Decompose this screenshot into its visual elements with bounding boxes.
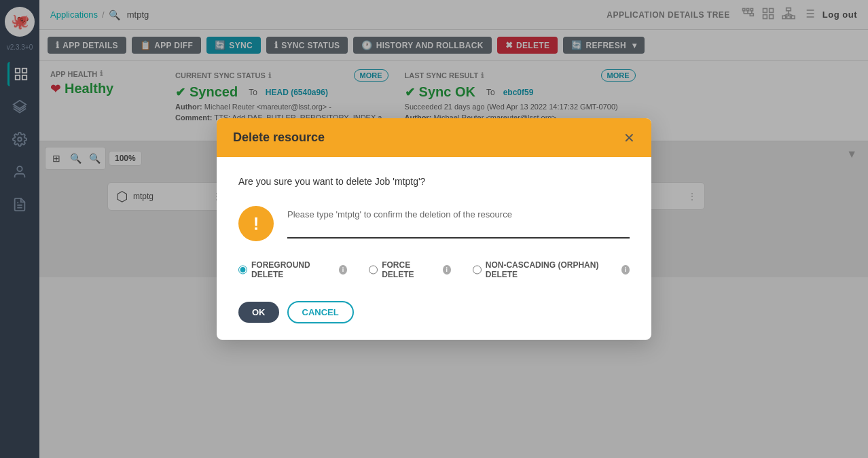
cancel-button[interactable]: CANCEL <box>287 301 354 323</box>
orphan-delete-radio[interactable] <box>473 265 482 275</box>
modal-actions: OK CANCEL <box>238 301 630 323</box>
warning-symbol: ! <box>253 213 259 234</box>
modal-options: FOREGROUND DELETE i FORCE DELETE i NON-C… <box>238 260 630 279</box>
delete-resource-modal: Delete resource ✕ Are you sure you want … <box>217 118 651 340</box>
foreground-delete-option[interactable]: FOREGROUND DELETE i <box>238 260 347 279</box>
modal-overlay: Delete resource ✕ Are you sure you want … <box>0 0 868 458</box>
warning-circle: ! <box>238 206 274 241</box>
foreground-delete-radio[interactable] <box>238 265 247 275</box>
force-delete-radio[interactable] <box>369 265 378 275</box>
foreground-delete-info-icon: i <box>339 265 347 275</box>
modal-close-button[interactable]: ✕ <box>623 131 635 145</box>
ok-button[interactable]: OK <box>238 302 279 323</box>
orphan-delete-info-icon: i <box>621 265 630 275</box>
modal-question: Are you sure you want to delete Job 'mtp… <box>238 176 630 187</box>
modal-body: Are you sure you want to delete Job 'mtp… <box>217 157 651 340</box>
modal-confirm-row: ! Please type 'mtptg' to confirm the del… <box>238 206 630 241</box>
modal-title: Delete resource <box>233 130 325 145</box>
force-delete-info-icon: i <box>443 265 451 275</box>
orphan-delete-option[interactable]: NON-CASCADING (ORPHAN) DELETE i <box>473 260 630 279</box>
confirm-input-section: Please type 'mtptg' to confirm the delet… <box>287 209 630 239</box>
confirm-input-wrap <box>287 222 630 239</box>
confirm-input[interactable] <box>287 223 630 234</box>
confirm-hint: Please type 'mtptg' to confirm the delet… <box>287 209 630 219</box>
force-delete-option[interactable]: FORCE DELETE i <box>369 260 451 279</box>
modal-header: Delete resource ✕ <box>217 118 651 157</box>
